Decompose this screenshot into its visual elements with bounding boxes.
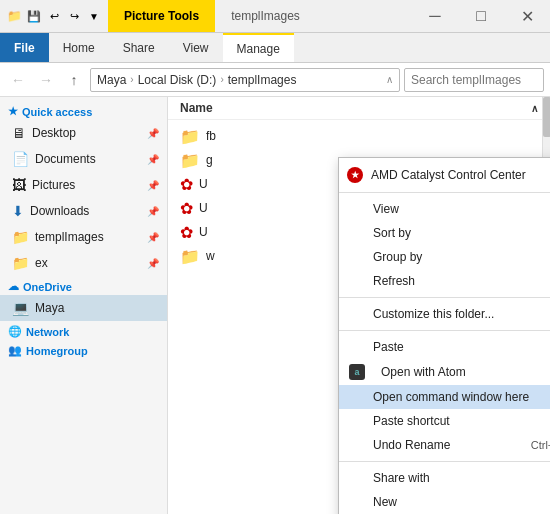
ctx-divider-3 <box>339 330 550 331</box>
context-menu-item-open-cmd[interactable]: Open command window here <box>339 385 550 409</box>
ribbon-tab-home[interactable]: Home <box>49 33 109 62</box>
sort-arrow: ∧ <box>531 103 538 114</box>
undo-icon[interactable]: ↩ <box>46 8 62 24</box>
main-layout: ★ Quick access 🖥 Desktop 📌 📄 Documents 📌… <box>0 97 550 514</box>
close-button[interactable]: ✕ <box>504 0 550 33</box>
atom-icon: a <box>349 364 365 380</box>
file-area: Name ∧ 📁 fb 📁 g ✿ U ✿ U ✿ U <box>168 97 550 514</box>
context-menu-item-sort[interactable]: Sort by › <box>339 221 550 245</box>
ctx-divider-2 <box>339 297 550 298</box>
address-path[interactable]: Maya › Local Disk (D:) › templImages ∧ <box>90 68 400 92</box>
sidebar-homegroup-header[interactable]: 👥 Homegroup <box>0 340 167 359</box>
save-icon[interactable]: 💾 <box>26 8 42 24</box>
path-part-localdisk: Local Disk (D:) <box>138 73 217 87</box>
pin-icon-desktop: 📌 <box>147 128 159 139</box>
folder-icon-fb: 📁 <box>180 127 200 146</box>
path-expand-icon: ∧ <box>386 74 393 85</box>
ctx-label-undo-rename: Undo Rename <box>373 438 523 452</box>
tab-picture-tools[interactable]: Picture Tools <box>108 0 215 32</box>
onedrive-icon: ☁ <box>8 280 19 293</box>
sidebar-network-header[interactable]: 🌐 Network <box>0 321 167 340</box>
maximize-button[interactable]: □ <box>458 0 504 33</box>
ribbon-tab-share[interactable]: Share <box>109 33 169 62</box>
onedrive-label: OneDrive <box>23 281 72 293</box>
ctx-divider-1 <box>339 192 550 193</box>
ribbon-tab-file[interactable]: File <box>0 33 49 62</box>
path-part-maya: Maya <box>97 73 126 87</box>
pin-icon-ex: 📌 <box>147 258 159 269</box>
ctx-label-refresh: Refresh <box>373 274 550 288</box>
sidebar-label-maya: Maya <box>35 301 159 315</box>
templimages-folder-icon: 📁 <box>12 229 29 245</box>
dropdown-icon[interactable]: ▼ <box>86 8 102 24</box>
up-button[interactable]: ↑ <box>62 68 86 92</box>
downloads-icon: ⬇ <box>12 203 24 219</box>
ctx-label-customize: Customize this folder... <box>373 307 550 321</box>
ctx-label-new: New <box>373 495 550 509</box>
ctx-shortcut-undo: Ctrl+Z <box>531 439 550 451</box>
sidebar-label-documents: Documents <box>35 152 141 166</box>
sidebar-onedrive[interactable]: ☁ OneDrive <box>0 276 167 295</box>
maya-icon: 💻 <box>12 300 29 316</box>
redo-icon[interactable]: ↪ <box>66 8 82 24</box>
ctx-label-view: View <box>373 202 550 216</box>
pictures-icon: 🖼 <box>12 177 26 193</box>
context-menu-item-view[interactable]: View › <box>339 197 550 221</box>
desktop-icon: 🖥 <box>12 125 26 141</box>
context-menu-item-refresh[interactable]: Refresh <box>339 269 550 293</box>
ribbon-tab-manage[interactable]: Manage <box>223 33 294 62</box>
path-sep-2: › <box>220 74 223 85</box>
sidebar-item-ex[interactable]: 📁 ex 📌 <box>0 250 167 276</box>
pin-icon-pictures: 📌 <box>147 180 159 191</box>
context-menu-item-paste-shortcut[interactable]: Paste shortcut <box>339 409 550 433</box>
context-menu-item-group[interactable]: Group by › <box>339 245 550 269</box>
sidebar-label-downloads: Downloads <box>30 204 141 218</box>
sidebar-item-pictures[interactable]: 🖼 Pictures 📌 <box>0 172 167 198</box>
sidebar-label-ex: ex <box>35 256 141 270</box>
sidebar-quick-access[interactable]: ★ Quick access <box>0 101 167 120</box>
forward-button[interactable]: → <box>34 68 58 92</box>
image-icon-u3: ✿ <box>180 223 193 242</box>
network-icon: 🌐 <box>8 325 22 338</box>
context-menu-item-open-atom[interactable]: a Open with Atom <box>339 359 550 385</box>
sidebar-item-downloads[interactable]: ⬇ Downloads 📌 <box>0 198 167 224</box>
search-input[interactable] <box>404 68 544 92</box>
ex-folder-icon: 📁 <box>12 255 29 271</box>
ribbon-tab-view[interactable]: View <box>169 33 223 62</box>
ctx-label-paste-shortcut: Paste shortcut <box>373 414 550 428</box>
sidebar-item-desktop[interactable]: 🖥 Desktop 📌 <box>0 120 167 146</box>
folder-icon-g: 📁 <box>180 151 200 170</box>
sidebar-item-templimages[interactable]: 📁 templImages 📌 <box>0 224 167 250</box>
title-bar: 📁 💾 ↩ ↪ ▼ Picture Tools templImages ─ □ … <box>0 0 550 33</box>
sidebar-item-documents[interactable]: 📄 Documents 📌 <box>0 146 167 172</box>
context-menu-item-customize[interactable]: Customize this folder... <box>339 302 550 326</box>
sidebar-item-maya[interactable]: 💻 Maya <box>0 295 167 321</box>
tab-templimages[interactable]: templImages <box>215 0 316 32</box>
path-sep-1: › <box>130 74 133 85</box>
ctx-label-share: Share with <box>373 471 550 485</box>
file-row[interactable]: 📁 fb <box>168 124 550 148</box>
context-menu-item-amd[interactable]: ★ AMD Catalyst Control Center <box>339 162 550 188</box>
sidebar-label-templimages: templImages <box>35 230 141 244</box>
app-icon: 📁 <box>6 8 22 24</box>
ctx-label-amd: AMD Catalyst Control Center <box>371 168 526 182</box>
ctx-label-open-cmd: Open command window here <box>373 390 550 404</box>
homegroup-icon: 👥 <box>8 344 22 357</box>
sidebar: ★ Quick access 🖥 Desktop 📌 📄 Documents 📌… <box>0 97 168 514</box>
pin-icon-templimages: 📌 <box>147 232 159 243</box>
path-part-templimages: templImages <box>228 73 297 87</box>
context-menu-item-new[interactable]: New › <box>339 490 550 514</box>
address-bar: ← → ↑ Maya › Local Disk (D:) › templImag… <box>0 63 550 97</box>
back-button[interactable]: ← <box>6 68 30 92</box>
context-menu-item-share[interactable]: Share with › <box>339 466 550 490</box>
ctx-label-sort: Sort by <box>373 226 550 240</box>
context-menu-item-undo-rename[interactable]: Undo Rename Ctrl+Z <box>339 433 550 457</box>
documents-icon: 📄 <box>12 151 29 167</box>
image-icon-u1: ✿ <box>180 175 193 194</box>
pin-icon-downloads: 📌 <box>147 206 159 217</box>
title-tabs: Picture Tools templImages <box>108 0 412 32</box>
minimize-button[interactable]: ─ <box>412 0 458 33</box>
context-menu-item-paste[interactable]: Paste <box>339 335 550 359</box>
file-name-fb: fb <box>206 129 538 143</box>
amd-icon: ★ <box>347 167 363 183</box>
